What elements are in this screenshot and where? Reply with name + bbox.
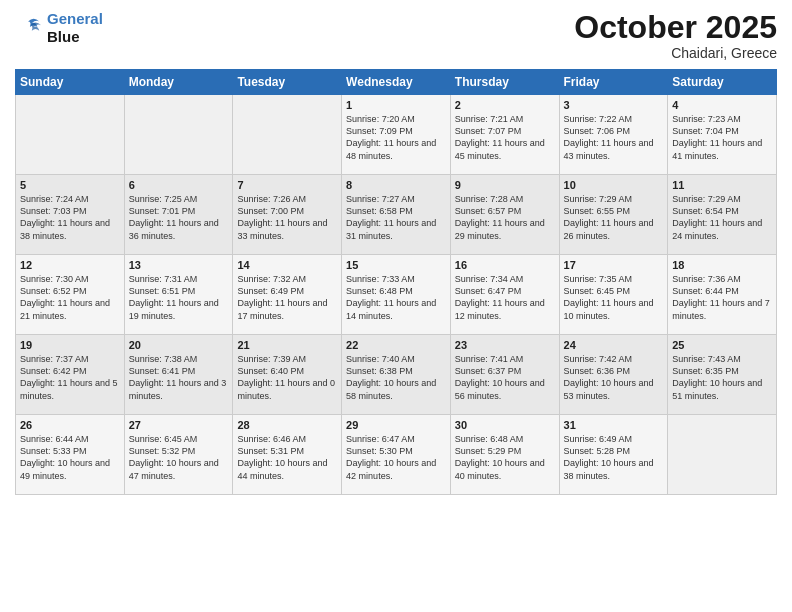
day-number: 26: [20, 419, 120, 431]
logo-line2: Blue: [47, 28, 80, 45]
location: Chaidari, Greece: [574, 45, 777, 61]
day-cell: 29Sunrise: 6:47 AM Sunset: 5:30 PM Dayli…: [342, 415, 451, 495]
day-number: 28: [237, 419, 337, 431]
col-header-tuesday: Tuesday: [233, 70, 342, 95]
day-cell: 31Sunrise: 6:49 AM Sunset: 5:28 PM Dayli…: [559, 415, 668, 495]
day-cell: 20Sunrise: 7:38 AM Sunset: 6:41 PM Dayli…: [124, 335, 233, 415]
day-cell: 30Sunrise: 6:48 AM Sunset: 5:29 PM Dayli…: [450, 415, 559, 495]
day-info: Sunrise: 7:29 AM Sunset: 6:55 PM Dayligh…: [564, 193, 664, 242]
col-header-friday: Friday: [559, 70, 668, 95]
month-title: October 2025: [574, 10, 777, 45]
col-header-monday: Monday: [124, 70, 233, 95]
day-info: Sunrise: 7:22 AM Sunset: 7:06 PM Dayligh…: [564, 113, 664, 162]
day-cell: [16, 95, 125, 175]
day-info: Sunrise: 7:38 AM Sunset: 6:41 PM Dayligh…: [129, 353, 229, 402]
day-number: 11: [672, 179, 772, 191]
day-info: Sunrise: 6:46 AM Sunset: 5:31 PM Dayligh…: [237, 433, 337, 482]
logo-text: General Blue: [47, 10, 103, 46]
day-cell: 5Sunrise: 7:24 AM Sunset: 7:03 PM Daylig…: [16, 175, 125, 255]
day-info: Sunrise: 7:24 AM Sunset: 7:03 PM Dayligh…: [20, 193, 120, 242]
day-cell: 24Sunrise: 7:42 AM Sunset: 6:36 PM Dayli…: [559, 335, 668, 415]
logo-line1: General: [47, 10, 103, 27]
day-number: 16: [455, 259, 555, 271]
day-number: 24: [564, 339, 664, 351]
col-header-sunday: Sunday: [16, 70, 125, 95]
day-cell: 13Sunrise: 7:31 AM Sunset: 6:51 PM Dayli…: [124, 255, 233, 335]
day-number: 22: [346, 339, 446, 351]
day-number: 19: [20, 339, 120, 351]
day-cell: [668, 415, 777, 495]
day-info: Sunrise: 6:45 AM Sunset: 5:32 PM Dayligh…: [129, 433, 229, 482]
day-info: Sunrise: 7:36 AM Sunset: 6:44 PM Dayligh…: [672, 273, 772, 322]
day-number: 21: [237, 339, 337, 351]
day-cell: 10Sunrise: 7:29 AM Sunset: 6:55 PM Dayli…: [559, 175, 668, 255]
day-number: 7: [237, 179, 337, 191]
header: General Blue October 2025 Chaidari, Gree…: [15, 10, 777, 61]
col-header-thursday: Thursday: [450, 70, 559, 95]
calendar-table: SundayMondayTuesdayWednesdayThursdayFrid…: [15, 69, 777, 495]
day-info: Sunrise: 6:44 AM Sunset: 5:33 PM Dayligh…: [20, 433, 120, 482]
day-info: Sunrise: 7:32 AM Sunset: 6:49 PM Dayligh…: [237, 273, 337, 322]
day-number: 25: [672, 339, 772, 351]
week-row-4: 19Sunrise: 7:37 AM Sunset: 6:42 PM Dayli…: [16, 335, 777, 415]
day-cell: 26Sunrise: 6:44 AM Sunset: 5:33 PM Dayli…: [16, 415, 125, 495]
day-cell: 22Sunrise: 7:40 AM Sunset: 6:38 PM Dayli…: [342, 335, 451, 415]
day-cell: 27Sunrise: 6:45 AM Sunset: 5:32 PM Dayli…: [124, 415, 233, 495]
week-row-3: 12Sunrise: 7:30 AM Sunset: 6:52 PM Dayli…: [16, 255, 777, 335]
day-number: 9: [455, 179, 555, 191]
day-number: 20: [129, 339, 229, 351]
day-cell: [233, 95, 342, 175]
page: General Blue October 2025 Chaidari, Gree…: [0, 0, 792, 612]
day-info: Sunrise: 7:40 AM Sunset: 6:38 PM Dayligh…: [346, 353, 446, 402]
day-number: 23: [455, 339, 555, 351]
day-info: Sunrise: 7:25 AM Sunset: 7:01 PM Dayligh…: [129, 193, 229, 242]
day-info: Sunrise: 7:42 AM Sunset: 6:36 PM Dayligh…: [564, 353, 664, 402]
day-number: 12: [20, 259, 120, 271]
day-info: Sunrise: 7:21 AM Sunset: 7:07 PM Dayligh…: [455, 113, 555, 162]
day-info: Sunrise: 7:37 AM Sunset: 6:42 PM Dayligh…: [20, 353, 120, 402]
day-info: Sunrise: 7:39 AM Sunset: 6:40 PM Dayligh…: [237, 353, 337, 402]
day-number: 6: [129, 179, 229, 191]
day-cell: 3Sunrise: 7:22 AM Sunset: 7:06 PM Daylig…: [559, 95, 668, 175]
day-number: 15: [346, 259, 446, 271]
day-info: Sunrise: 7:29 AM Sunset: 6:54 PM Dayligh…: [672, 193, 772, 242]
day-info: Sunrise: 6:48 AM Sunset: 5:29 PM Dayligh…: [455, 433, 555, 482]
day-info: Sunrise: 7:33 AM Sunset: 6:48 PM Dayligh…: [346, 273, 446, 322]
day-number: 13: [129, 259, 229, 271]
day-cell: 15Sunrise: 7:33 AM Sunset: 6:48 PM Dayli…: [342, 255, 451, 335]
day-info: Sunrise: 7:23 AM Sunset: 7:04 PM Dayligh…: [672, 113, 772, 162]
day-info: Sunrise: 7:31 AM Sunset: 6:51 PM Dayligh…: [129, 273, 229, 322]
day-number: 29: [346, 419, 446, 431]
day-info: Sunrise: 7:41 AM Sunset: 6:37 PM Dayligh…: [455, 353, 555, 402]
day-number: 8: [346, 179, 446, 191]
col-header-saturday: Saturday: [668, 70, 777, 95]
day-number: 4: [672, 99, 772, 111]
day-cell: 18Sunrise: 7:36 AM Sunset: 6:44 PM Dayli…: [668, 255, 777, 335]
day-cell: 2Sunrise: 7:21 AM Sunset: 7:07 PM Daylig…: [450, 95, 559, 175]
day-info: Sunrise: 7:27 AM Sunset: 6:58 PM Dayligh…: [346, 193, 446, 242]
day-cell: 12Sunrise: 7:30 AM Sunset: 6:52 PM Dayli…: [16, 255, 125, 335]
week-row-2: 5Sunrise: 7:24 AM Sunset: 7:03 PM Daylig…: [16, 175, 777, 255]
day-cell: 19Sunrise: 7:37 AM Sunset: 6:42 PM Dayli…: [16, 335, 125, 415]
day-cell: 7Sunrise: 7:26 AM Sunset: 7:00 PM Daylig…: [233, 175, 342, 255]
day-cell: [124, 95, 233, 175]
day-cell: 14Sunrise: 7:32 AM Sunset: 6:49 PM Dayli…: [233, 255, 342, 335]
day-info: Sunrise: 7:20 AM Sunset: 7:09 PM Dayligh…: [346, 113, 446, 162]
day-number: 3: [564, 99, 664, 111]
col-header-wednesday: Wednesday: [342, 70, 451, 95]
day-info: Sunrise: 7:28 AM Sunset: 6:57 PM Dayligh…: [455, 193, 555, 242]
day-cell: 16Sunrise: 7:34 AM Sunset: 6:47 PM Dayli…: [450, 255, 559, 335]
day-cell: 28Sunrise: 6:46 AM Sunset: 5:31 PM Dayli…: [233, 415, 342, 495]
day-cell: 8Sunrise: 7:27 AM Sunset: 6:58 PM Daylig…: [342, 175, 451, 255]
day-cell: 4Sunrise: 7:23 AM Sunset: 7:04 PM Daylig…: [668, 95, 777, 175]
day-cell: 6Sunrise: 7:25 AM Sunset: 7:01 PM Daylig…: [124, 175, 233, 255]
day-number: 5: [20, 179, 120, 191]
logo: General Blue: [15, 10, 103, 46]
day-number: 2: [455, 99, 555, 111]
day-number: 31: [564, 419, 664, 431]
day-info: Sunrise: 6:47 AM Sunset: 5:30 PM Dayligh…: [346, 433, 446, 482]
day-cell: 17Sunrise: 7:35 AM Sunset: 6:45 PM Dayli…: [559, 255, 668, 335]
day-number: 27: [129, 419, 229, 431]
day-info: Sunrise: 7:34 AM Sunset: 6:47 PM Dayligh…: [455, 273, 555, 322]
day-cell: 21Sunrise: 7:39 AM Sunset: 6:40 PM Dayli…: [233, 335, 342, 415]
